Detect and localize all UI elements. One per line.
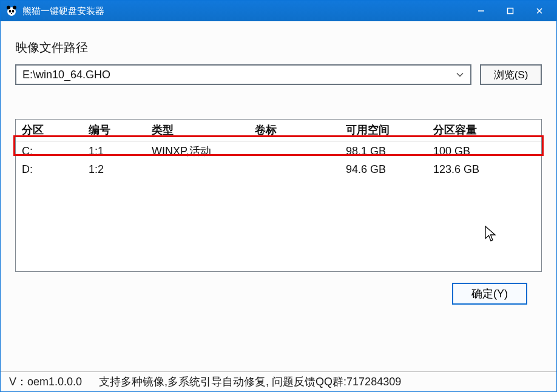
svg-point-5 — [11, 13, 12, 14]
maximize-button[interactable] — [496, 1, 525, 21]
partition-table: 分区 编号 类型 卷标 可用空间 分区容量 C: 1:1 WINXP,活动 9 — [16, 120, 541, 178]
ok-button[interactable]: 确定(Y) — [452, 283, 527, 305]
table-row[interactable]: C: 1:1 WINXP,活动 98.1 GB 100 GB — [16, 141, 541, 161]
image-path-value: E:\win10_64.GHO — [22, 69, 453, 81]
chevron-down-icon — [453, 70, 467, 79]
svg-point-2 — [13, 6, 16, 10]
svg-point-3 — [9, 10, 12, 12]
svg-rect-7 — [508, 8, 513, 14]
image-path-combobox[interactable]: E:\win10_64.GHO — [15, 64, 471, 85]
status-bar: V：oem1.0.0.0 支持多种镜像,多系统引导自动修复, 问题反馈QQ群:7… — [1, 371, 556, 391]
minimize-button[interactable] — [467, 1, 496, 21]
content-area: 映像文件路径 E:\win10_64.GHO 浏览(S) 分区 — [1, 21, 556, 371]
col-free[interactable]: 可用空间 — [340, 120, 427, 141]
image-path-label: 映像文件路径 — [15, 39, 542, 56]
col-partition[interactable]: 分区 — [16, 120, 83, 141]
browse-button[interactable]: 浏览(S) — [480, 64, 542, 85]
col-label[interactable]: 卷标 — [249, 120, 340, 141]
col-index[interactable]: 编号 — [83, 120, 146, 141]
titlebar: 熊猫一键硬盘安装器 — [1, 1, 556, 21]
table-row[interactable]: D: 1:2 94.6 GB 123.6 GB — [16, 161, 541, 178]
image-path-row: E:\win10_64.GHO 浏览(S) — [15, 64, 542, 85]
cursor-icon — [484, 225, 498, 243]
table-header-row: 分区 编号 类型 卷标 可用空间 分区容量 — [16, 120, 541, 141]
svg-rect-6 — [478, 10, 484, 12]
action-row: 确定(Y) — [15, 272, 542, 311]
window-title: 熊猫一键硬盘安装器 — [22, 5, 104, 17]
close-button[interactable] — [525, 1, 554, 21]
partition-table-frame: 分区 编号 类型 卷标 可用空间 分区容量 C: 1:1 WINXP,活动 9 — [15, 119, 542, 272]
col-type[interactable]: 类型 — [146, 120, 249, 141]
version-text: V：oem1.0.0.0 — [9, 374, 82, 389]
col-capacity[interactable]: 分区容量 — [427, 120, 541, 141]
svg-point-4 — [12, 10, 15, 12]
app-window: 熊猫一键硬盘安装器 映像文件路径 E:\win10_64.GHO 浏览(S) — [0, 0, 557, 392]
footer-info: 支持多种镜像,多系统引导自动修复, 问题反馈QQ群:717284309 — [99, 374, 401, 389]
svg-point-1 — [7, 6, 10, 10]
panda-icon — [5, 5, 18, 17]
